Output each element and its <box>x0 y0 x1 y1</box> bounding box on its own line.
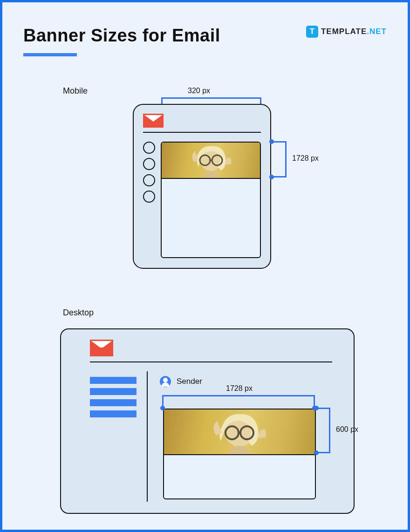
mail-icon <box>90 340 113 356</box>
nav-circle <box>143 158 155 170</box>
mobile-banner-image <box>162 143 260 179</box>
page-title: Banner Sizes for Email <box>23 26 220 46</box>
desktop-width-indicator <box>162 395 315 408</box>
title-underline <box>23 53 77 56</box>
desktop-device-frame: Sender <box>60 328 355 514</box>
desktop-banner-image <box>164 409 315 455</box>
nav-circle <box>143 142 155 154</box>
mobile-width-value: 320 px <box>188 87 210 95</box>
mail-icon <box>143 114 164 128</box>
sender-label: Sender <box>177 377 202 386</box>
brand-logo-block: T TEMPLATE.NET <box>306 26 387 38</box>
mobile-device-frame <box>133 104 271 269</box>
nav-circle <box>143 174 155 186</box>
mobile-section-label: Mobile <box>63 86 88 96</box>
sidebar-item <box>90 377 137 384</box>
desktop-vertical-divider <box>147 371 148 502</box>
desktop-height-value: 600 px <box>336 425 358 434</box>
sidebar-item <box>90 388 137 395</box>
mobile-height-value: 1728 px <box>292 154 319 163</box>
desktop-section-label: Desktop <box>63 308 94 318</box>
desktop-header-divider <box>90 361 332 362</box>
brand-logo-icon: T <box>306 26 318 38</box>
desktop-sidebar <box>90 377 137 422</box>
desktop-width-value: 1728 px <box>226 384 253 393</box>
sidebar-item <box>90 410 137 417</box>
desktop-email-body <box>163 409 316 499</box>
mobile-email-body <box>161 142 261 258</box>
nav-circle <box>143 191 155 203</box>
avatar-icon <box>160 376 171 387</box>
mobile-header-divider <box>143 132 261 133</box>
sidebar-item <box>90 399 137 406</box>
brand-name-suffix: .NET <box>367 27 387 36</box>
desktop-height-indicator <box>316 408 330 453</box>
brand-name-prefix: TEMPLATE <box>321 27 367 36</box>
mobile-height-indicator <box>272 141 287 177</box>
mobile-nav-circles <box>143 142 155 203</box>
